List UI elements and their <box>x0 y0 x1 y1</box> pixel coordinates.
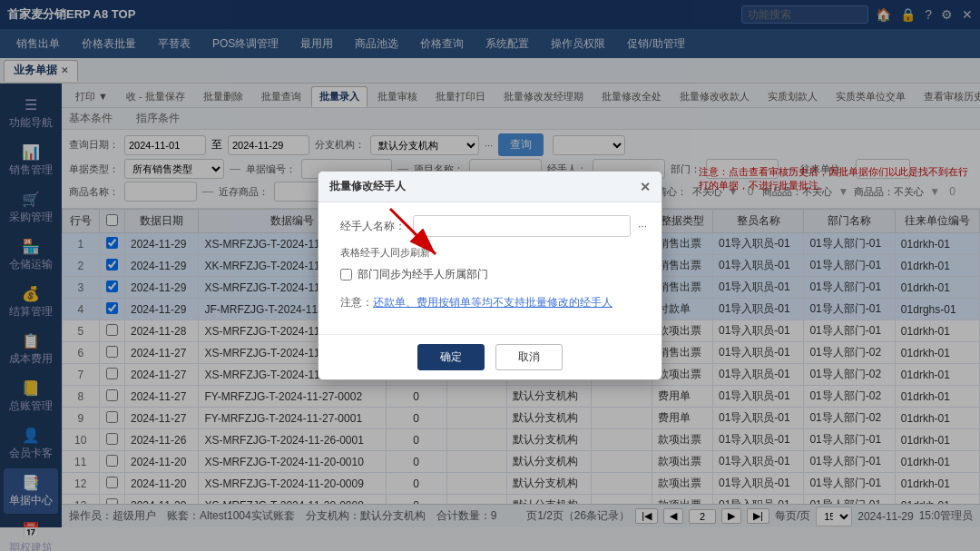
salesman-form-label: 经手人名称： <box>333 219 406 234</box>
modal-overlay: 批量修改经手人 ✕ 经手人名称： ··· 表格经手人同步刷新 部门同步为经手人所… <box>0 0 980 551</box>
modal-ok-button[interactable]: 确定 <box>417 344 485 370</box>
modal-title: 批量修改经手人 <box>329 179 406 194</box>
dept-sync-row: 部门同步为经手人所属部门 <box>333 267 647 282</box>
modal-footer: 确定 取消 <box>318 334 662 379</box>
modal-body: 经手人名称： ··· 表格经手人同步刷新 部门同步为经手人所属部门 注意：还款单… <box>318 202 662 334</box>
modal-header: 批量修改经手人 ✕ <box>318 172 662 202</box>
sync-hint: 表格经手人同步刷新 <box>333 246 647 260</box>
salesman-dots-button[interactable]: ··· <box>638 220 647 232</box>
dept-sync-label: 部门同步为经手人所属部门 <box>358 267 488 282</box>
warning-prefix: 注意： <box>340 296 373 309</box>
batch-modify-salesman-modal: 批量修改经手人 ✕ 经手人名称： ··· 表格经手人同步刷新 部门同步为经手人所… <box>318 171 662 380</box>
salesman-form-row: 经手人名称： ··· <box>333 215 647 237</box>
warning-link[interactable]: 还款单、费用按销单等均不支持批量修改的经手人 <box>373 296 612 309</box>
modal-close-button[interactable]: ✕ <box>640 180 651 194</box>
dept-sync-checkbox[interactable] <box>340 269 352 280</box>
modal-cancel-button[interactable]: 取消 <box>495 344 563 370</box>
modal-warning: 注意：还款单、费用按销单等均不支持批量修改的经手人 <box>333 291 647 314</box>
salesman-form-input[interactable] <box>413 215 631 237</box>
